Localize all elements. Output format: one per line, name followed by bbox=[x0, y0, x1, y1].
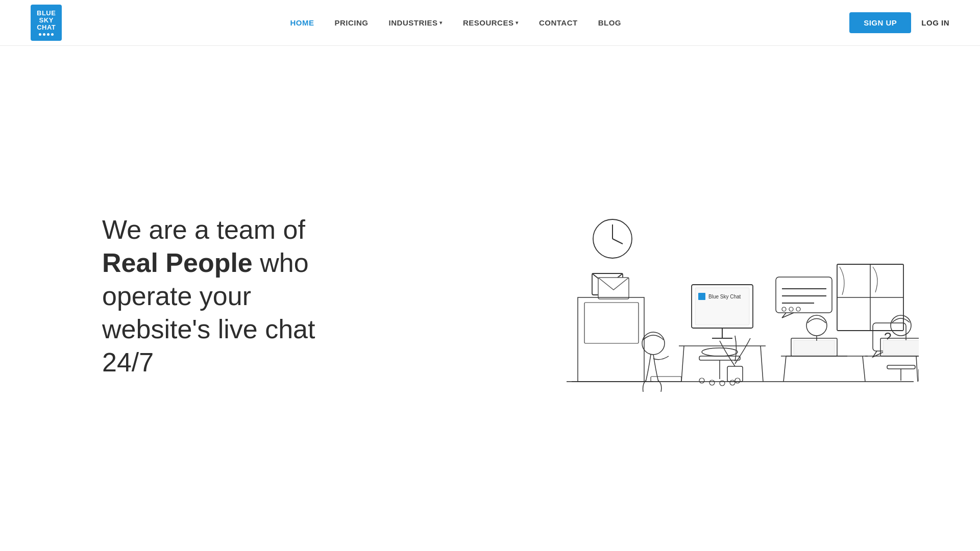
svg-rect-39 bbox=[794, 340, 835, 355]
logo-dots bbox=[37, 33, 56, 36]
svg-point-25 bbox=[730, 380, 735, 385]
nav-home[interactable]: HOME bbox=[290, 18, 314, 27]
svg-text:Blue Sky Chat: Blue Sky Chat bbox=[708, 294, 741, 299]
logo-dot-1 bbox=[39, 33, 41, 36]
office-illustration: Blue Sky Chat bbox=[561, 198, 919, 392]
svg-line-49 bbox=[916, 356, 918, 382]
svg-line-36 bbox=[783, 356, 786, 382]
hero-text: We are a team of Real People who operate… bbox=[102, 213, 357, 379]
login-button[interactable]: LOG IN bbox=[921, 18, 949, 27]
main-nav: HOME PRICING INDUSTRIES ▾ RESOURCES ▾ CO… bbox=[290, 18, 621, 27]
logo[interactable]: BLUE SKY CHAT bbox=[31, 5, 62, 41]
site-header: BLUE SKY CHAT HOME PRICING INDUSTRIES ▾ … bbox=[0, 0, 980, 46]
headline-bold: Real People bbox=[102, 248, 253, 278]
headline-part1: We are a team of bbox=[102, 215, 305, 244]
svg-line-37 bbox=[863, 356, 865, 382]
logo-line3: CHAT bbox=[37, 24, 56, 31]
logo-dot-3 bbox=[47, 33, 50, 36]
nav-resources-label: RESOURCES bbox=[463, 18, 514, 27]
svg-line-3 bbox=[612, 239, 623, 244]
nav-actions: SIGN UP LOG IN bbox=[849, 12, 949, 33]
svg-rect-10 bbox=[651, 377, 681, 382]
svg-rect-7 bbox=[584, 303, 639, 343]
svg-rect-54 bbox=[887, 365, 915, 369]
nav-blog[interactable]: BLOG bbox=[598, 18, 621, 27]
hero-headline: We are a team of Real People who operate… bbox=[102, 213, 357, 379]
logo-line1: BLUE bbox=[37, 10, 56, 17]
logo-dot-2 bbox=[43, 33, 45, 36]
svg-point-22 bbox=[699, 378, 704, 383]
svg-line-19 bbox=[761, 346, 763, 382]
svg-point-32 bbox=[782, 307, 786, 311]
nav-industries-label: INDUSTRIES bbox=[389, 18, 438, 27]
svg-point-23 bbox=[709, 380, 715, 385]
svg-line-18 bbox=[681, 346, 684, 382]
resources-chevron-icon: ▾ bbox=[516, 20, 519, 26]
svg-point-33 bbox=[789, 307, 793, 311]
svg-rect-13 bbox=[698, 293, 705, 300]
svg-rect-20 bbox=[699, 356, 740, 360]
industries-chevron-icon: ▾ bbox=[439, 20, 443, 26]
nav-contact[interactable]: CONTACT bbox=[539, 18, 578, 27]
hero-illustration: Blue Sky Chat bbox=[561, 198, 919, 394]
logo-dot-4 bbox=[51, 33, 54, 36]
logo-line2: SKY bbox=[37, 17, 56, 24]
nav-resources[interactable]: RESOURCES ▾ bbox=[463, 18, 519, 27]
svg-point-21 bbox=[702, 348, 738, 356]
svg-rect-51 bbox=[883, 340, 919, 355]
hero-section: We are a team of Real People who operate… bbox=[0, 46, 980, 546]
nav-pricing[interactable]: PRICING bbox=[335, 18, 369, 27]
svg-point-26 bbox=[735, 378, 740, 383]
signup-button[interactable]: SIGN UP bbox=[849, 12, 911, 33]
logo-box: BLUE SKY CHAT bbox=[31, 5, 62, 41]
nav-industries[interactable]: INDUSTRIES ▾ bbox=[389, 18, 443, 27]
svg-point-34 bbox=[796, 307, 800, 311]
svg-rect-6 bbox=[578, 297, 644, 382]
